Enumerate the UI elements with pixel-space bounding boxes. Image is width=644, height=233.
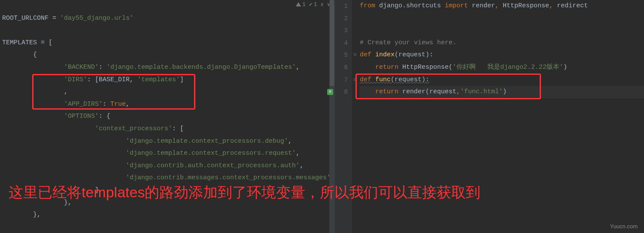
code-line[interactable]: 'DIRS': [BASE_DIR, 'templates']	[2, 74, 334, 86]
code-token	[360, 64, 375, 71]
code-token: : {	[99, 113, 110, 120]
code-token: func	[375, 76, 391, 83]
code-token: 'templates'	[137, 76, 180, 83]
code-line[interactable]	[2, 25, 334, 37]
code-token: index	[375, 51, 395, 58]
code-token: {	[33, 51, 37, 58]
code-token: HttpResponse	[503, 2, 549, 9]
code-token: :	[103, 101, 110, 108]
code-line[interactable]: 'django.contrib.auth.context_processors.…	[2, 160, 334, 172]
code-line[interactable]: from django.shortcuts import render, Htt…	[360, 0, 644, 12]
code-token: ,	[495, 2, 503, 9]
code-token: 'django.template.backends.django.DjangoT…	[106, 64, 296, 71]
code-line[interactable]: def func(request):	[360, 74, 644, 86]
code-token: : [BASE_DIR,	[87, 76, 137, 83]
code-token: render	[472, 2, 495, 9]
code-line[interactable]	[2, 0, 334, 12]
code-token: 'DIRS'	[64, 76, 87, 83]
code-token: 'BACKEND'	[64, 64, 99, 71]
code-line[interactable]: ,	[2, 86, 334, 98]
code-token: HttpResponse(	[402, 64, 453, 71]
code-token: 'APP_DIRS'	[64, 101, 103, 108]
code-line[interactable]: def index(request):	[360, 49, 644, 61]
code-line[interactable]: 'django.template.context_processors.requ…	[2, 147, 334, 160]
code-token: def	[360, 76, 375, 83]
code-line[interactable]	[360, 25, 644, 37]
line-number[interactable]: 4	[335, 37, 352, 49]
code-line[interactable]: 'django.template.context_processors.debu…	[2, 135, 334, 148]
code-token: 'django.template.context_processors.debu…	[126, 138, 288, 145]
code-line[interactable]: 'context_processors': [	[2, 123, 334, 135]
code-line[interactable]: 'APP_DIRS': True,	[2, 98, 334, 111]
code-token	[360, 88, 375, 95]
code-token: import	[445, 2, 472, 9]
code-token: :	[99, 64, 106, 71]
code-token: : [	[172, 125, 184, 132]
code-token: )	[503, 88, 507, 95]
code-line[interactable]: },	[2, 209, 334, 221]
code-token: 'day55_django.urls'	[60, 15, 134, 22]
line-number[interactable]: 3	[335, 25, 352, 37]
code-token: ,	[300, 162, 304, 169]
code-token: return	[375, 64, 402, 71]
code-token: '你好啊 我是django2.2.22版本'	[453, 64, 563, 71]
code-line[interactable]: ROOT_URLCONF = 'day55_django.urls'	[2, 12, 334, 25]
code-line[interactable]	[360, 12, 644, 25]
code-line[interactable]: TEMPLATES = [	[2, 37, 334, 49]
code-token: (request):	[395, 51, 433, 58]
code-token: ,	[126, 101, 130, 108]
line-number[interactable]: 8H	[335, 86, 352, 98]
code-token: ,	[288, 138, 292, 145]
code-token: return	[375, 88, 402, 95]
code-token: ,	[296, 150, 300, 157]
code-line[interactable]: {	[2, 49, 334, 61]
line-number[interactable]: 7	[335, 74, 352, 86]
code-token: def	[360, 51, 375, 58]
code-token: ,	[64, 88, 68, 95]
code-token: (request):	[391, 76, 429, 83]
watermark: Yuucn.com	[610, 223, 638, 230]
code-token: django.shortcuts	[379, 2, 445, 9]
code-token: 'context_processors'	[95, 125, 172, 132]
code-token: )	[563, 64, 567, 71]
code-token: 'django.template.context_processors.requ…	[126, 150, 296, 157]
code-token: },	[33, 211, 41, 218]
scrollbar-thumb[interactable]	[330, 0, 334, 86]
code-line[interactable]: # Create your views here.	[360, 37, 644, 49]
code-token: TEMPLATES = [	[2, 39, 52, 46]
line-number[interactable]: 2	[335, 12, 352, 25]
code-token: ,	[456, 88, 460, 95]
code-token: True	[110, 101, 126, 108]
code-line[interactable]: 'BACKEND': 'django.template.backends.dja…	[2, 61, 334, 74]
code-token: # Create your views here.	[360, 39, 456, 46]
code-token: redirect	[557, 2, 588, 9]
code-line[interactable]: return HttpResponse('你好啊 我是django2.2.22版…	[360, 61, 644, 74]
code-token: from	[360, 2, 379, 9]
line-number[interactable]: 5	[335, 49, 352, 61]
code-line[interactable]: 'OPTIONS': {	[2, 110, 334, 123]
fold-toggle-icon[interactable]: ⊟	[352, 77, 358, 82]
fold-toggle-icon[interactable]: ⊟	[352, 52, 358, 57]
code-token: 'OPTIONS'	[64, 113, 99, 120]
code-token: ,	[549, 2, 557, 9]
code-token: ]	[180, 76, 184, 83]
annotation-text: 这里已经将templates的路劲添加到了环境变量，所以我们可以直接获取到	[9, 183, 480, 202]
code-token: render(request	[402, 88, 456, 95]
code-token: ,	[296, 64, 300, 71]
code-token: 'func.html'	[460, 88, 503, 95]
line-number[interactable]: 6	[335, 61, 352, 74]
code-line[interactable]: return render(request,'func.html')	[360, 86, 644, 98]
code-token: 'django.contrib.auth.context_processors.…	[126, 162, 300, 169]
code-token: 'django.contrib.messages.context_process…	[126, 174, 331, 181]
html-file-gutter-icon[interactable]: H	[327, 89, 333, 95]
code-token: ROOT_URLCONF =	[2, 15, 60, 22]
line-number[interactable]: 1	[335, 0, 352, 12]
